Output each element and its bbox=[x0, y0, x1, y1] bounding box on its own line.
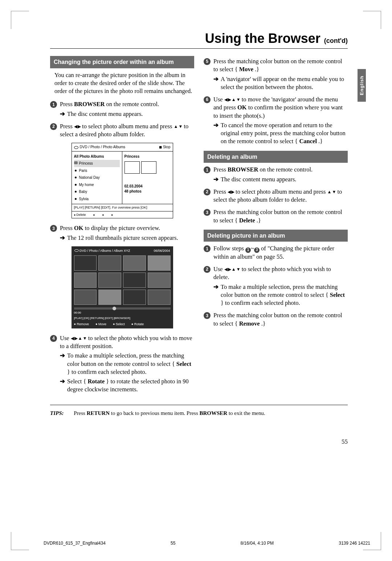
thumbnail-grid-screenshot: DVD / Photo / Albums / Album XYZ06/06/20… bbox=[72, 246, 173, 328]
delete-step-2: 2 Press ◀ ▶ to select photo album menu a… bbox=[204, 188, 348, 204]
delpic-step-3: 3 Press the matching color button on the… bbox=[204, 311, 348, 328]
disc-icon bbox=[74, 146, 78, 149]
crop-mark bbox=[11, 11, 11, 29]
left-column: Changing the picture order within an alb… bbox=[50, 56, 194, 398]
language-tab: English bbox=[358, 69, 366, 102]
arrow-icon: ➔ bbox=[213, 75, 219, 83]
arrow-icon: ➔ bbox=[213, 283, 219, 291]
tips-footer: TIPS: Press RETURN to go back to previou… bbox=[50, 405, 348, 416]
crop-mark bbox=[11, 11, 29, 11]
step-5: 5 Press the matching color button on the… bbox=[204, 57, 348, 91]
step-4: 4 Use ◀ ▶ ▲ ▼ to select the photo which … bbox=[50, 334, 194, 394]
arrow-icon: ➔ bbox=[60, 378, 65, 386]
print-footer: DVDR610_615_37_Engfinal434 55 8/16/04, 4… bbox=[44, 541, 370, 546]
step-number-icon: 2 bbox=[204, 266, 211, 273]
arrow-icon: ➔ bbox=[60, 234, 65, 242]
step-number-icon: 4 bbox=[50, 335, 57, 342]
arrow-icon: ➔ bbox=[213, 175, 219, 183]
disc-icon bbox=[74, 249, 79, 252]
delpic-step-1: 1 Follow steps 1~3 of "Changing the pict… bbox=[204, 245, 348, 261]
step-number-icon: 3 bbox=[50, 225, 57, 232]
page-title: Using the Browser (cont'd) bbox=[50, 31, 348, 49]
step-3: 3 Press OK to display the picture overvi… bbox=[50, 224, 194, 242]
intro-text: You can re-arrange the picture position … bbox=[54, 71, 194, 96]
section-head-delete-picture: Deleting picture in an album bbox=[204, 230, 348, 242]
delpic-step-2: 2 Use ◀ ▶ ▲ ▼ to select the photo which … bbox=[204, 265, 348, 307]
step-number-icon: 2 bbox=[50, 123, 57, 130]
step-ref-icon: 3 bbox=[254, 247, 260, 253]
step-number-icon: 1 bbox=[204, 245, 211, 252]
step-number-icon: 2 bbox=[204, 189, 211, 195]
page-number: 55 bbox=[50, 438, 348, 445]
step-6: 6 Use ◀ ▶ ▲ ▼ to move the 'navigator' ar… bbox=[204, 96, 348, 146]
step-ref-icon: 1 bbox=[245, 247, 251, 253]
step-number-icon: 1 bbox=[50, 101, 57, 108]
right-column: 5 Press the matching color button on the… bbox=[204, 56, 348, 398]
step-number-icon: 3 bbox=[204, 312, 211, 319]
step-number-icon: 6 bbox=[204, 96, 211, 103]
arrow-icon: ➔ bbox=[60, 110, 65, 118]
crop-mark bbox=[381, 11, 381, 29]
step-number-icon: 5 bbox=[204, 58, 211, 65]
arrow-icon: ➔ bbox=[213, 121, 219, 129]
step-number-icon: 1 bbox=[204, 166, 211, 173]
crop-mark bbox=[363, 550, 381, 550]
crop-mark bbox=[363, 11, 381, 11]
crop-mark bbox=[11, 550, 29, 550]
step-number-icon: 3 bbox=[204, 209, 211, 216]
crop-mark bbox=[381, 532, 381, 550]
crop-mark bbox=[11, 532, 11, 550]
arrow-icon: ➔ bbox=[60, 352, 65, 360]
delete-step-3: 3 Press the matching color button on the… bbox=[204, 208, 348, 225]
section-head-change-order: Changing the picture order within an alb… bbox=[50, 56, 194, 68]
step-2: 2 Press ◀ ▶ to select photo album menu a… bbox=[50, 122, 194, 139]
delete-step-1: 1 Press BROWSER on the remote control. ➔… bbox=[204, 166, 348, 183]
step-1: 1 Press BROWSER on the remote control. ➔… bbox=[50, 100, 194, 118]
album-menu-screenshot: DVD / Photo / Photo Albums ◼ Stop All Ph… bbox=[72, 143, 173, 218]
section-head-delete-album: Deleting an album bbox=[204, 151, 348, 163]
